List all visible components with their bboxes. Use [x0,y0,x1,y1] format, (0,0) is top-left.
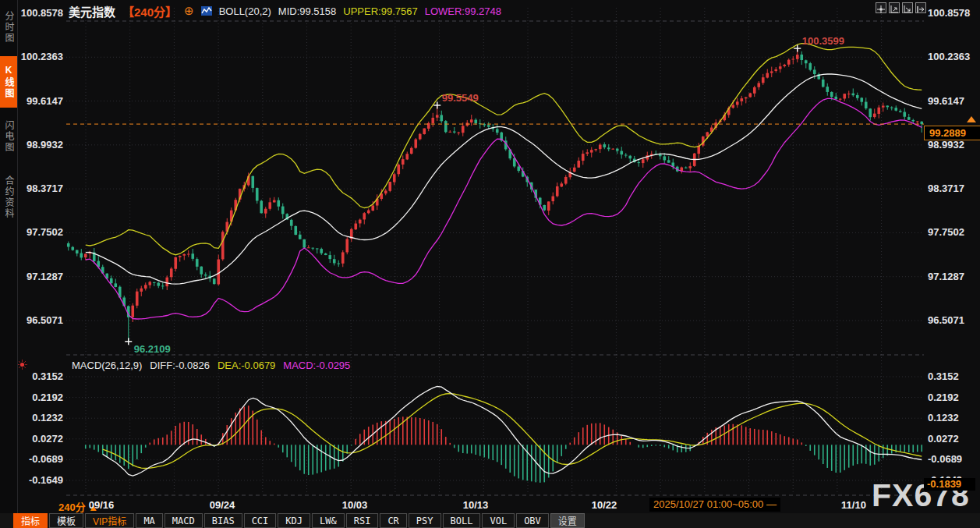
toolbar-item-BOLL[interactable]: BOLL [443,513,481,528]
chart-application-window: 分时图 K线图 闪电图 合约资料 美元指数 【240分】 ⊕ BOLL(20,2… [0,0,980,528]
x-axis-date-label: 09/16 [89,499,115,511]
main-y-axis-label-right: 100.2363 [928,51,979,62]
top-high-annotation: 100.3599 [802,35,844,47]
x-axis-date-row: 240分 ▲ 2025/10/27 01:00~05:00 — 09/1609/… [0,498,980,513]
toolbar-item-PSY[interactable]: PSY [409,513,441,528]
swing-low-annotation: 96.2109 [134,343,171,355]
main-y-axis-label-right: 97.1287 [928,271,979,282]
chart-type-sidebar: 分时图 K线图 闪电图 合约资料 [0,0,18,528]
main-y-axis-label-right: 96.5071 [928,314,979,326]
boll-indicator-label: BOLL(20,2) [219,5,271,17]
macd-y-axis-label-right: 0.3152 [928,370,979,382]
latest-price-marker-icon[interactable] [967,116,976,122]
main-y-axis-label-right: 100.8578 [928,7,979,19]
macd-y-axis-label-right: -0.0689 [928,453,979,465]
zoom-horizontal-icon[interactable] [902,2,913,13]
mini-chart-icon [201,6,212,16]
toolbar-item-MA[interactable]: MA [136,513,162,528]
toolbar-item-VIP指标[interactable]: VIP指标 [85,513,134,528]
toolbar-item-RSI[interactable]: RSI [346,513,379,528]
chart-tool-buttons [876,2,926,13]
swing-high-annotation: 99.5549 [442,92,479,104]
toolbar-item-CR[interactable]: CR [380,513,406,528]
sidebar-tab-lightning-chart[interactable]: 闪电图 [0,112,17,161]
macd-diff-value: DIFF:-0.0826 [150,360,210,371]
indicator-toolbar: 指标模板VIP指标MAMACDBIASCCIKDJLW&RSICRPSYBOLL… [0,513,980,528]
macd-indicator-label: MACD(26,12,9) [72,360,142,371]
toolbar-item-LW&[interactable]: LW& [312,513,345,528]
boll-upper-value: UPPER:99.7567 [343,5,417,17]
toolbar-item-MACD[interactable]: MACD [165,513,203,528]
period-tag: 【240分】 [122,3,177,19]
toolbar-item-CCI[interactable]: CCI [244,513,277,528]
pan-latest-icon[interactable] [915,2,926,13]
boll-mid-value: MID:99.5158 [278,5,336,17]
macd-header: MACD(26,12,9) DIFF:-0.0826 DEA:-0.0679 M… [72,360,350,371]
add-indicator-icon[interactable]: ⊕ [184,5,194,16]
macd-y-axis-label-right: 0.0272 [928,433,979,445]
boll-lower-value: LOWER:99.2748 [425,5,501,17]
toolbar-item-OBV[interactable]: OBV [516,513,549,528]
kline-macd-plot[interactable] [0,0,980,528]
x-axis-date-label: 11/10 [841,499,866,511]
toolbar-item-VOL[interactable]: VOL [482,513,515,528]
sidebar-tab-time-chart[interactable]: 分时图 [0,3,17,51]
main-y-axis-label-right: 98.9932 [928,139,979,151]
toolbar-item-指标[interactable]: 指标 [13,513,48,528]
macd-macd-value: MACD:-0.0295 [283,360,350,371]
chart-header: 美元指数 【240分】 ⊕ BOLL(20,2) MID:99.5158 UPP… [69,3,501,19]
sidebar-tab-contract-info[interactable]: 合约资料 [0,165,17,229]
macd-current-value-box: -0.1839 [924,478,975,491]
x-axis-date-label: 10/03 [342,499,368,511]
toolbar-item-KDJ[interactable]: KDJ [278,513,310,528]
crosshair-icon[interactable] [876,2,886,13]
symbol-name: 美元指数 [69,3,115,19]
x-axis-date-label: 10/22 [592,499,617,511]
sidebar-tab-kline-chart[interactable]: K线图 [0,56,17,108]
main-y-axis-label-right: 99.6147 [928,95,979,107]
macd-dea-value: DEA:-0.0679 [218,360,275,371]
main-y-axis-label-right: 97.7502 [928,226,979,238]
macd-y-axis-label-right: 0.1232 [928,412,979,423]
x-axis-date-label: 09/24 [210,499,235,511]
last-price-box: 99.2889 [924,126,980,140]
crosshair-date-readout: 2025/10/27 01:00~05:00 — [649,498,780,512]
toolbar-item-BIAS[interactable]: BIAS [204,513,242,528]
toolbar-item-模板[interactable]: 模板 [49,513,83,528]
macd-y-axis-label-right: 0.2192 [928,392,979,403]
main-y-axis-label-right: 98.3717 [928,182,979,194]
zoom-vertical-icon[interactable] [889,2,900,13]
x-axis-date-label: 10/13 [463,499,489,511]
toolbar-item-设置[interactable]: 设置 [550,513,585,528]
